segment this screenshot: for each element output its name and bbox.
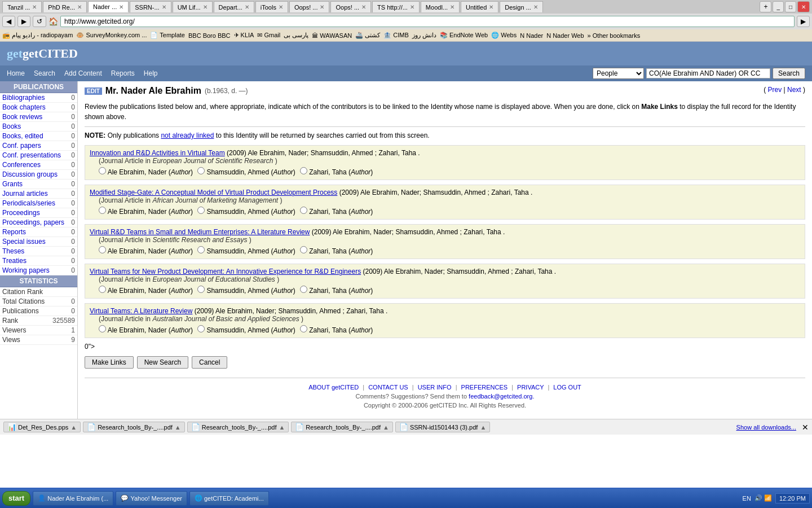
tab-ssrn[interactable]: SSRN-...✕	[130, 1, 171, 12]
tab-umlif[interactable]: UM Lif...✕	[173, 1, 213, 12]
footer-userinfo[interactable]: USER INFO	[418, 384, 452, 391]
pub-author-radio-2c[interactable]: Zahari, Taha (Author)	[300, 207, 373, 216]
sidebar-item-special-issues[interactable]: Special issues0	[0, 237, 77, 247]
next-link[interactable]: Next	[787, 86, 801, 94]
download-item-5[interactable]: 📄 SSRN-id1501443 (3).pdf ▲	[395, 422, 490, 432]
pub-author-radio-5b[interactable]: Shamsuddin, Ahmed (Author)	[197, 325, 295, 334]
download-close-5[interactable]: ▲	[480, 424, 486, 431]
tab-ts[interactable]: TS http://...✕	[372, 1, 420, 12]
download-close-2[interactable]: ▲	[175, 424, 181, 431]
download-close-4[interactable]: ▲	[383, 424, 389, 431]
footer-logout[interactable]: LOG OUT	[553, 384, 581, 391]
pub-author-radio-4b[interactable]: Shamsuddin, Ahmed (Author)	[197, 286, 295, 295]
pub-author-radio-1b[interactable]: Shamsuddin, Ahmed (Author)	[197, 167, 295, 176]
download-item-3[interactable]: 📄 Research_tools_By-_....pdf ▲	[187, 422, 289, 432]
new-search-button[interactable]: New Search	[137, 356, 188, 369]
download-close-1[interactable]: ▲	[70, 424, 77, 431]
footer-feedback-email[interactable]: feedback@getcited.org.	[469, 393, 534, 400]
address-bar[interactable]	[60, 16, 795, 27]
go-button[interactable]: ▶	[797, 16, 810, 27]
new-tab-button[interactable]: +	[760, 1, 771, 12]
pub-author-radio-5c[interactable]: Zahari, Taha (Author)	[300, 325, 373, 334]
footer-contact[interactable]: CONTACT US	[368, 384, 408, 391]
footer-privacy[interactable]: PRIVACY	[517, 384, 544, 391]
search-type-dropdown[interactable]: People Publications Groups	[593, 68, 644, 79]
sidebar-item-proceedings[interactable]: Proceedings0	[0, 208, 77, 218]
bookmark-nader[interactable]: N Nader	[520, 32, 543, 39]
bookmark-cimb[interactable]: 🏦 CIMB	[383, 32, 409, 39]
tab-tanzil[interactable]: Tanzil ...✕	[2, 1, 42, 12]
tab-untitled[interactable]: Untitled✕	[461, 1, 498, 12]
bookmark-surveymonkey[interactable]: 🐵 SurveyMonkey.com ...	[76, 32, 147, 39]
make-links-button[interactable]: Make Links	[85, 356, 134, 369]
bookmark-parsibee[interactable]: پارسی بی	[284, 32, 308, 39]
close-downloads-bar[interactable]: ✕	[802, 423, 809, 432]
back-button[interactable]: ◀	[2, 16, 15, 27]
pub-author-radio-4c[interactable]: Zahari, Taha (Author)	[300, 286, 373, 295]
pub-author-radio-5a[interactable]: Ale Ebrahim, Nader (Author)	[99, 325, 193, 334]
sidebar-item-periodicals[interactable]: Periodicals/series0	[0, 199, 77, 208]
tab-oops1[interactable]: Oops! ...✕	[289, 1, 330, 12]
tab-phd[interactable]: PhD Re...✕	[43, 1, 87, 12]
prev-link[interactable]: Prev	[767, 86, 782, 94]
bookmark-radiopayam[interactable]: 📻 رادیو پیام - radiopayam	[2, 32, 73, 39]
download-item-1[interactable]: 📊 Det_Res_Des.pps ▲	[3, 422, 81, 432]
nav-home[interactable]: Home	[7, 69, 25, 77]
sidebar-item-book-chapters[interactable]: Book chapters0	[0, 103, 77, 112]
reload-button[interactable]: ↺	[33, 16, 46, 27]
tab-design[interactable]: Design ...✕	[500, 1, 542, 12]
sidebar-item-treaties[interactable]: Treaties0	[0, 256, 77, 266]
pub-author-radio-3c[interactable]: Zahari, Taha (Author)	[300, 246, 373, 255]
nav-reports[interactable]: Reports	[111, 69, 135, 77]
footer-about[interactable]: ABOUT getCITED	[308, 384, 359, 391]
close-button[interactable]: ✕	[797, 1, 810, 12]
nav-search[interactable]: Search	[34, 69, 55, 77]
pub-title-link-4[interactable]: Virtual Teams for New Product Developmen…	[90, 268, 361, 275]
sidebar-item-books-edited[interactable]: Books, edited0	[0, 132, 77, 141]
sidebar-item-reports[interactable]: Reports0	[0, 227, 77, 237]
bookmark-naderweb[interactable]: N Nader Web	[546, 32, 584, 39]
pub-title-link-1[interactable]: Innovation and R&D Activities in Virtual…	[90, 149, 225, 157]
pub-title-link-2[interactable]: Modified Stage-Gate: A Conceptual Model …	[90, 189, 337, 196]
bookmark-other[interactable]: » Other bookmarks	[588, 32, 641, 39]
sidebar-item-journal-articles[interactable]: Journal articles0	[0, 189, 77, 199]
sidebar-item-conf-presentations[interactable]: Conf. presentations0	[0, 151, 77, 160]
sidebar-item-bibliographies[interactable]: Bibliographies0	[0, 93, 77, 103]
pub-author-radio-2b[interactable]: Shamsuddin, Ahmed (Author)	[197, 207, 295, 216]
download-item-2[interactable]: 📄 Research_tools_By-_....pdf ▲	[83, 422, 185, 432]
show-all-downloads[interactable]: Show all downloads...	[736, 424, 796, 431]
tab-moodle[interactable]: Moodl...✕	[421, 1, 460, 12]
sidebar-item-books[interactable]: Books0	[0, 122, 77, 132]
pub-title-link-5[interactable]: Virtual Teams: A Literature Review	[90, 307, 192, 315]
sidebar-item-book-reviews[interactable]: Book reviews0	[0, 112, 77, 122]
edit-badge[interactable]: EDIT	[85, 87, 102, 95]
tab-oops2[interactable]: Oops! ...✕	[330, 1, 371, 12]
cancel-button[interactable]: Cancel	[192, 356, 227, 369]
bookmark-endnote[interactable]: 📚 EndNote Web	[440, 32, 488, 39]
minimize-button[interactable]: _	[773, 1, 784, 12]
bookmark-borobbc[interactable]: BBC Boro BBC	[188, 32, 231, 39]
sidebar-item-grants[interactable]: Grants0	[0, 179, 77, 189]
bookmark-wawasan[interactable]: 🏛 WAWASAN	[312, 32, 352, 39]
footer-preferences[interactable]: PREFERENCES	[461, 384, 508, 391]
bookmark-template[interactable]: 📄 Template	[150, 32, 185, 39]
pub-author-radio-3a[interactable]: Ale Ebrahim, Nader (Author)	[99, 246, 193, 255]
sidebar-item-discussion-groups[interactable]: Discussion groups0	[0, 170, 77, 179]
pub-author-radio-3b[interactable]: Shamsuddin, Ahmed (Author)	[197, 246, 295, 255]
bookmark-klia[interactable]: ✈ KLIA	[234, 32, 254, 39]
pub-title-link-3[interactable]: Virtual R&D Teams in Small and Medium En…	[90, 228, 310, 236]
pub-author-radio-1a[interactable]: Ale Ebrahim, Nader (Author)	[99, 167, 193, 176]
nav-help[interactable]: Help	[144, 69, 158, 77]
sidebar-item-working-papers[interactable]: Working papers0	[0, 266, 77, 275]
pub-author-radio-1c[interactable]: Zahari, Taha (Author)	[300, 167, 373, 176]
bookmark-gmail[interactable]: ✉ Gmail	[257, 32, 280, 39]
bookmark-daneshrooz[interactable]: دانش روز	[412, 32, 436, 39]
nav-add-content[interactable]: Add Content	[64, 69, 102, 77]
tab-itools[interactable]: iTools✕	[255, 1, 288, 12]
top-search-input[interactable]	[646, 68, 770, 78]
maximize-button[interactable]: □	[785, 1, 796, 12]
tab-dept[interactable]: Depart...✕	[214, 1, 254, 12]
sidebar-item-conf-papers[interactable]: Conf. papers0	[0, 141, 77, 151]
pub-author-radio-4a[interactable]: Ale Ebrahim, Nader (Author)	[99, 286, 193, 295]
pub-author-radio-2a[interactable]: Ale Ebrahim, Nader (Author)	[99, 207, 193, 216]
